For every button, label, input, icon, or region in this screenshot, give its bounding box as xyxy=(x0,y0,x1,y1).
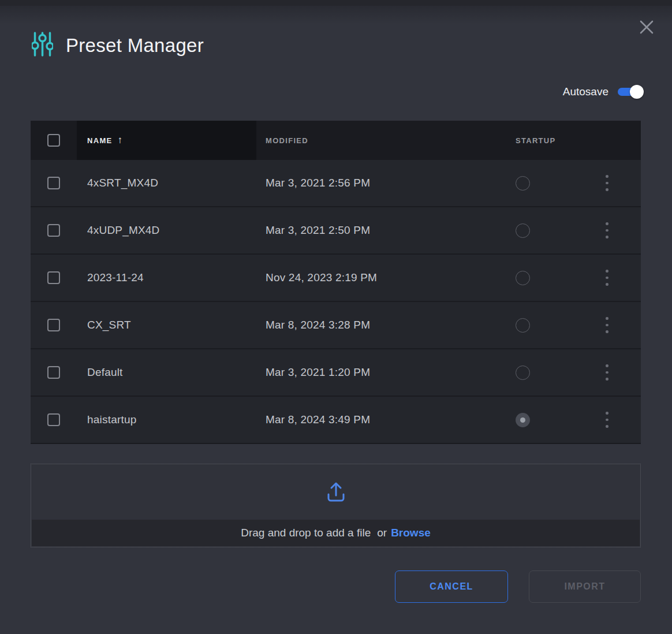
startup-radio[interactable] xyxy=(516,223,530,238)
header-checkbox-cell xyxy=(31,121,77,160)
preset-modified: Nov 24, 2023 2:19 PM xyxy=(266,271,377,284)
table-row[interactable]: 4xUDP_MX4D Mar 3, 2021 2:50 PM xyxy=(31,207,641,255)
startup-radio[interactable] xyxy=(516,318,530,333)
kebab-menu-icon[interactable] xyxy=(601,265,613,290)
row-checkbox[interactable] xyxy=(47,319,60,331)
sliders-icon xyxy=(32,31,53,59)
row-startup-cell xyxy=(506,397,593,443)
row-checkbox-cell xyxy=(31,397,77,443)
row-startup-cell xyxy=(506,160,593,206)
kebab-menu-icon[interactable] xyxy=(601,407,613,432)
row-name-cell: haistartup xyxy=(77,397,256,443)
preset-modified: Mar 3, 2021 2:56 PM xyxy=(266,177,370,189)
table-row[interactable]: 2023-11-24 Nov 24, 2023 2:19 PM xyxy=(31,255,641,302)
row-checkbox-cell xyxy=(31,255,77,301)
preset-modified: Mar 8, 2024 3:49 PM xyxy=(266,413,370,426)
autosave-label: Autosave xyxy=(563,85,608,98)
startup-radio[interactable] xyxy=(516,176,530,191)
table-row[interactable]: CX_SRT Mar 8, 2024 3:28 PM xyxy=(31,302,641,349)
table-body: 4xSRT_MX4D Mar 3, 2021 2:56 PM 4xUDP_MX4… xyxy=(31,160,641,444)
row-actions-cell xyxy=(593,160,641,206)
preset-name: CX_SRT xyxy=(87,319,131,331)
autosave-control: Autosave xyxy=(563,85,641,98)
preset-name: 2023-11-24 xyxy=(87,271,144,284)
row-modified-cell: Mar 8, 2024 3:28 PM xyxy=(256,302,506,348)
preset-name: 4xUDP_MX4D xyxy=(87,224,160,237)
kebab-menu-icon[interactable] xyxy=(601,312,613,338)
row-name-cell: Default xyxy=(77,349,256,396)
row-modified-cell: Mar 3, 2021 2:50 PM xyxy=(256,207,506,253)
toggle-knob xyxy=(630,85,644,99)
preset-name: Default xyxy=(87,366,123,379)
row-modified-cell: Mar 3, 2021 2:56 PM xyxy=(256,160,506,206)
dropzone-or-text: or xyxy=(377,527,387,539)
row-checkbox-cell xyxy=(31,349,77,396)
row-name-cell: 4xSRT_MX4D xyxy=(77,160,256,206)
preset-name: 4xSRT_MX4D xyxy=(87,177,158,189)
header-actions-cell xyxy=(593,121,641,160)
select-all-checkbox[interactable] xyxy=(47,134,60,147)
import-button[interactable]: IMPORT xyxy=(529,570,641,603)
row-name-cell: 2023-11-24 xyxy=(77,255,256,301)
row-modified-cell: Mar 3, 2021 1:20 PM xyxy=(256,349,506,396)
column-header-name[interactable]: NAME ↑ xyxy=(77,121,256,160)
table-row[interactable]: Default Mar 3, 2021 1:20 PM xyxy=(31,349,641,397)
table-header: NAME ↑ MODIFIED STARTUP xyxy=(31,121,641,160)
radio-dot xyxy=(520,417,525,423)
column-header-modified[interactable]: MODIFIED xyxy=(256,121,506,160)
table-row[interactable]: haistartup Mar 8, 2024 3:49 PM xyxy=(31,397,641,444)
kebab-menu-icon[interactable] xyxy=(601,170,613,196)
page-title: Preset Manager xyxy=(66,35,204,57)
row-actions-cell xyxy=(593,255,641,301)
row-startup-cell xyxy=(506,349,593,396)
preset-manager-dialog: Preset Manager Autosave NAME ↑ MODIFIED xyxy=(0,0,672,634)
row-checkbox[interactable] xyxy=(47,413,60,426)
kebab-menu-icon[interactable] xyxy=(601,360,613,385)
row-name-cell: CX_SRT xyxy=(77,302,256,348)
preset-modified: Mar 3, 2021 1:20 PM xyxy=(266,366,370,379)
row-checkbox[interactable] xyxy=(47,271,60,284)
row-modified-cell: Nov 24, 2023 2:19 PM xyxy=(256,255,506,301)
row-actions-cell xyxy=(593,207,641,253)
row-actions-cell xyxy=(593,397,641,443)
column-header-startup: STARTUP xyxy=(506,121,593,160)
startup-radio[interactable] xyxy=(516,366,530,380)
row-checkbox[interactable] xyxy=(47,177,60,189)
cancel-button[interactable]: CANCEL xyxy=(395,570,508,603)
dialog-header: Preset Manager xyxy=(32,31,204,59)
row-actions-cell xyxy=(593,302,641,348)
row-name-cell: 4xUDP_MX4D xyxy=(77,207,256,253)
startup-radio[interactable] xyxy=(516,413,530,427)
autosave-toggle[interactable] xyxy=(618,88,641,96)
file-dropzone[interactable]: Drag and drop to add a file or Browse xyxy=(31,464,641,547)
row-modified-cell: Mar 8, 2024 3:49 PM xyxy=(256,397,506,443)
row-checkbox-cell xyxy=(31,160,77,206)
dropzone-icon-area xyxy=(32,465,640,520)
upload-icon xyxy=(323,479,349,506)
row-checkbox[interactable] xyxy=(47,366,60,379)
kebab-menu-icon[interactable] xyxy=(601,218,613,243)
row-startup-cell xyxy=(506,207,593,253)
row-startup-cell xyxy=(506,302,593,348)
preset-name: haistartup xyxy=(87,413,136,426)
preset-modified: Mar 3, 2021 2:50 PM xyxy=(266,224,370,237)
startup-radio[interactable] xyxy=(516,271,530,285)
close-icon xyxy=(637,18,656,39)
row-startup-cell xyxy=(506,255,593,301)
browse-link[interactable]: Browse xyxy=(391,527,431,539)
row-checkbox-cell xyxy=(31,302,77,348)
preset-modified: Mar 8, 2024 3:28 PM xyxy=(266,319,370,331)
dialog-top-shade xyxy=(0,0,672,6)
close-button[interactable] xyxy=(636,18,657,39)
dropzone-text: Drag and drop to add a file xyxy=(241,527,371,539)
row-checkbox[interactable] xyxy=(47,224,60,237)
table-row[interactable]: 4xSRT_MX4D Mar 3, 2021 2:56 PM xyxy=(31,160,641,207)
row-actions-cell xyxy=(593,349,641,396)
sort-ascending-icon[interactable]: ↑ xyxy=(117,135,122,146)
row-checkbox-cell xyxy=(31,207,77,253)
dropzone-caption: Drag and drop to add a file or Browse xyxy=(32,520,640,546)
preset-table: NAME ↑ MODIFIED STARTUP 4xSRT_MX4D Mar 3… xyxy=(31,121,641,444)
